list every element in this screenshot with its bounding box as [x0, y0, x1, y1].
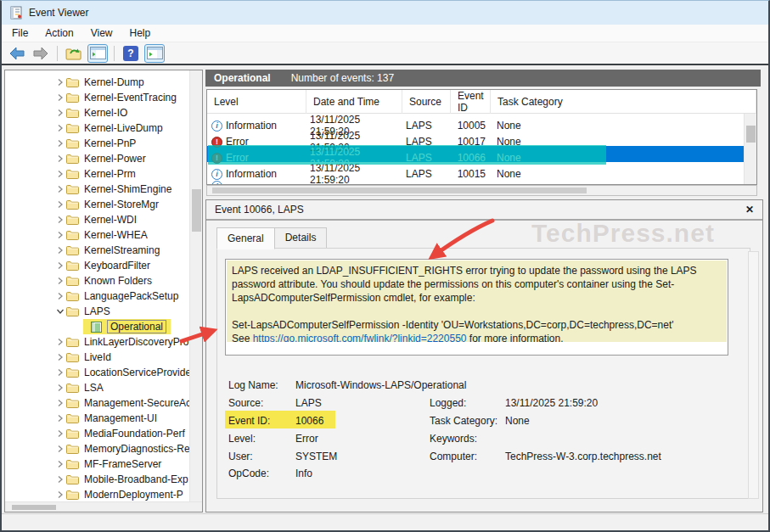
folder-icon	[66, 184, 79, 194]
chevron-right-icon[interactable]	[54, 429, 66, 438]
event-row[interactable]: !Error13/11/2025 21:59:20LAPS10066None	[207, 146, 756, 162]
tree-item-linklayerdiscoveryprot[interactable]: LinkLayerDiscoveryProt	[5, 334, 202, 350]
tree-item-management-secureac[interactable]: Management-SecureAc	[5, 395, 202, 411]
tree-item-mf-frameserver[interactable]: MF-FrameServer	[5, 456, 202, 472]
field-label-task-category: Task Category:	[430, 415, 505, 427]
menu-file[interactable]: File	[3, 25, 37, 41]
column-header-level[interactable]: Level	[207, 90, 306, 114]
chevron-right-icon[interactable]	[54, 93, 66, 102]
toolbar-separator	[114, 46, 115, 61]
list-horizontal-scrollbar-thumb[interactable]	[212, 188, 587, 193]
chevron-right-icon[interactable]	[54, 246, 66, 255]
chevron-right-icon[interactable]	[54, 445, 66, 453]
field-value-user: SYSTEM	[295, 451, 337, 462]
tree-item-kernel-livedump[interactable]: Kernel-LiveDump	[5, 120, 202, 136]
tree-horizontal-scrollbar-thumb[interactable]	[12, 505, 56, 510]
event-row[interactable]: iInformation13/11/2025 21:59:20LAPS10015…	[207, 162, 756, 178]
tree-item-liveid[interactable]: LiveId	[5, 350, 202, 365]
chevron-right-icon[interactable]	[54, 109, 66, 117]
folder-icon	[66, 490, 79, 500]
chevron-right-icon[interactable]	[54, 292, 66, 300]
chevron-right-icon[interactable]	[54, 170, 66, 178]
chevron-right-icon[interactable]	[54, 139, 66, 148]
chevron-right-icon[interactable]	[54, 368, 66, 377]
chevron-right-icon[interactable]	[54, 338, 66, 346]
tree-item-kernel-shimengine[interactable]: Kernel-ShimEngine	[5, 182, 202, 197]
chevron-right-icon[interactable]	[54, 384, 66, 392]
tree-item-mediafoundation-perf[interactable]: MediaFoundation-Perf	[5, 426, 202, 441]
tree-item-kernelstreaming[interactable]: KernelStreaming	[5, 243, 202, 258]
tree-item-management-ui[interactable]: Management-UI	[5, 411, 202, 426]
tree-item-kernel-power[interactable]: Kernel-Power	[5, 151, 202, 166]
forward-icon[interactable]	[31, 44, 51, 63]
event-level-cell: !Error	[207, 136, 306, 148]
tree-item-memorydiagnostics-re[interactable]: MemoryDiagnostics-Re	[5, 441, 202, 456]
tree-item-label: MF-FrameServer	[84, 458, 161, 470]
tree-item-label: ModernDeployment-P	[84, 489, 183, 501]
menu-help[interactable]: Help	[121, 25, 160, 41]
tree-item-kernel-storemgr[interactable]: Kernel-StoreMgr	[5, 197, 202, 212]
event-task-cell: None	[491, 136, 756, 148]
show-console-tree-icon[interactable]	[87, 44, 108, 63]
chevron-right-icon[interactable]	[54, 460, 66, 468]
chevron-right-icon[interactable]	[54, 475, 66, 484]
tree-item-kernel-io[interactable]: Kernel-IO	[5, 105, 202, 120]
tree-item-lsa[interactable]: LSA	[5, 380, 202, 395]
tree-item-kernel-wdi[interactable]: Kernel-WDI	[5, 212, 202, 227]
chevron-right-icon[interactable]	[54, 185, 66, 193]
tree-item-kernel-pnp[interactable]: Kernel-PnP	[5, 136, 202, 151]
chevron-right-icon[interactable]	[54, 490, 66, 499]
event-row[interactable]: !Error13/11/2025 21:59:20LAPS10017None	[207, 130, 756, 146]
column-header-event-id[interactable]: Event ID	[451, 90, 491, 114]
tree-item-laps[interactable]: LAPS	[5, 304, 202, 319]
back-icon[interactable]	[7, 44, 27, 63]
tree-item-label: LinkLayerDiscoveryProt	[84, 336, 192, 348]
chevron-right-icon[interactable]	[54, 231, 66, 239]
tree-item-kernel-prm[interactable]: Kernel-Prm	[5, 166, 202, 182]
chevron-right-icon[interactable]	[54, 261, 66, 270]
chevron-right-icon[interactable]	[54, 353, 66, 361]
list-horizontal-scrollbar[interactable]	[206, 185, 757, 196]
chevron-right-icon[interactable]	[54, 200, 66, 209]
chevron-right-icon[interactable]	[54, 124, 66, 132]
menu-action[interactable]: Action	[37, 25, 81, 41]
open-saved-log-icon[interactable]	[64, 44, 84, 63]
show-action-pane-icon[interactable]	[144, 44, 165, 63]
event-row[interactable]: iInformation13/11/2025 21:59:20LAPS10005…	[207, 114, 756, 130]
column-header-task[interactable]: Task Category	[491, 90, 756, 114]
event-id-cell: 10015	[451, 168, 491, 180]
chevron-right-icon[interactable]	[54, 414, 66, 423]
chevron-right-icon[interactable]	[54, 399, 66, 407]
chevron-right-icon[interactable]	[54, 78, 66, 87]
tree-vertical-scrollbar[interactable]	[189, 70, 202, 501]
tree-item-kernel-dump[interactable]: Kernel-Dump	[5, 75, 202, 90]
tree-item-kernel-whea[interactable]: Kernel-WHEA	[5, 227, 202, 243]
tree-item-known-folders[interactable]: Known Folders	[5, 273, 202, 288]
tree-item-locationserviceprovider[interactable]: LocationServiceProvider	[5, 365, 202, 380]
chevron-right-icon[interactable]	[54, 277, 66, 285]
tree-item-operational[interactable]: Operational	[5, 319, 202, 334]
tree-vertical-scrollbar-thumb[interactable]	[192, 189, 201, 232]
tree-item-kernel-eventtracing[interactable]: Kernel-EventTracing	[5, 90, 202, 105]
tree-item-keyboardfilter[interactable]: KeyboardFilter	[5, 258, 202, 273]
event-rows: iInformation13/11/2025 21:59:20LAPS10005…	[207, 114, 756, 185]
help-icon[interactable]: ?	[121, 44, 141, 63]
tree-item-label: Kernel-Dump	[84, 76, 144, 88]
chevron-right-icon[interactable]	[54, 216, 66, 224]
list-vertical-scrollbar[interactable]	[744, 114, 756, 185]
chevron-right-icon[interactable]	[54, 154, 66, 163]
tree-item-label: KeyboardFilter	[84, 260, 150, 272]
column-header-date[interactable]: Date and Time	[306, 90, 402, 114]
console-tree-panel: Kernel-DumpKernel-EventTracingKernel-IOK…	[4, 70, 203, 512]
tree-item-languagepacksetup[interactable]: LanguagePackSetup	[5, 288, 202, 304]
tree-item-mobile-broadband-exp[interactable]: Mobile-Broadband-Exp	[5, 472, 202, 487]
chevron-down-icon[interactable]	[54, 307, 66, 316]
detail-vertical-scrollbar[interactable]	[748, 251, 759, 499]
column-header-source[interactable]: Source	[402, 90, 451, 114]
tab-general[interactable]: General	[216, 227, 275, 249]
list-vertical-scrollbar-thumb[interactable]	[746, 126, 756, 143]
tree-horizontal-scrollbar[interactable]	[5, 501, 203, 512]
tree-item-moderndeployment-p[interactable]: ModernDeployment-P	[5, 487, 202, 502]
folder-icon	[66, 138, 79, 148]
menu-view[interactable]: View	[82, 25, 121, 41]
